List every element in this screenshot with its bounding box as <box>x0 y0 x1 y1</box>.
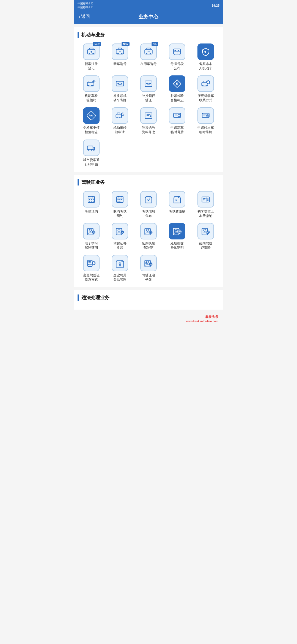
no-badge: No. <box>151 42 159 46</box>
exempt-mark-item[interactable]: 免检 免检车申领检验标志 <box>78 106 105 135</box>
replace-plate-item[interactable]: 补换领机动车号牌 <box>106 74 134 103</box>
cancel-exam-svg <box>115 195 125 204</box>
delay-body-icon <box>169 223 185 239</box>
carrier-info: 中国移动 HD 中国移动 HD <box>78 2 93 9</box>
record-other-label: 备案非本人机动车 <box>199 62 212 70</box>
company-manage-label: 企业聘用关系管理 <box>113 273 127 282</box>
abnormal-select-item[interactable]: 异常选号资料修改 <box>135 106 162 135</box>
exam-appoint-svg <box>87 195 96 204</box>
svg-text:No.: No. <box>148 51 150 53</box>
city-truck-item[interactable]: 城市货车通行码申领 <box>78 138 105 168</box>
motor-inspection-item[interactable]: 预 机动车检验预约 <box>78 74 105 103</box>
apply-transfer-temp-label: 申请转出车临时号牌 <box>197 125 214 134</box>
svg-point-65 <box>88 149 89 151</box>
driver-replace-item[interactable]: $ 驾驶证补换领 <box>106 222 134 251</box>
svg-point-45 <box>119 117 120 118</box>
svg-rect-85 <box>121 199 122 200</box>
company-manage-item[interactable]: 聘 企业聘用关系管理 <box>106 254 134 283</box>
svg-text:聘: 聘 <box>119 264 121 266</box>
delay-replace-label: 延期换领驾驶证 <box>142 241 155 250</box>
svg-point-67 <box>93 149 95 151</box>
replace-inspection-svg: 验 <box>172 79 182 88</box>
svg-point-1 <box>89 53 90 54</box>
used-car-select-label: 在用车选号 <box>140 62 157 66</box>
abnormal-select-icon <box>140 107 157 124</box>
svg-rect-77 <box>91 201 92 201</box>
svg-rect-86 <box>118 201 119 201</box>
record-other-item[interactable]: 备 备案非本人机动车 <box>192 42 219 72</box>
watermark-text: 看看头条www.kankantoutiao.com <box>186 315 218 323</box>
svg-point-97 <box>89 229 92 231</box>
new-badge2: New <box>121 42 130 46</box>
svg-point-38 <box>202 85 204 86</box>
exam-info-item[interactable]: 考试信息公布 <box>135 190 162 219</box>
replace-license-icon <box>140 75 157 92</box>
cancel-exam-item[interactable]: 取消考试预约 <box>106 190 134 219</box>
section-motor: 机动车业务 New 新车注册登记 <box>74 27 223 172</box>
status-bar: 中国移动 HD 中国移动 HD 19:25 <box>74 0 223 10</box>
e-study-cert-item[interactable]: 学 电子学习驾驶证明 <box>78 222 105 251</box>
apply-transfer-temp-svg <box>201 111 210 120</box>
record-other-icon: 备 <box>197 43 214 60</box>
delay-replace-item[interactable]: 延期换领驾驶证 <box>135 222 162 251</box>
change-contact-item[interactable]: 变更机动车联系方式 <box>192 74 219 103</box>
motor-inspection-icon: 预 <box>83 75 100 92</box>
svg-rect-84 <box>119 199 120 200</box>
svg-text:驾: 驾 <box>145 262 147 264</box>
driver-e-version-svg: 驾 G <box>144 258 153 268</box>
driver-e-version-label: 驾驶证电子版 <box>142 273 155 282</box>
new-car-select-icon: New No. <box>112 43 128 60</box>
replace-license-item[interactable]: 补换领行驶证 <box>135 74 162 103</box>
apply-temp-plate-item[interactable]: 申请新车临时号牌 <box>163 106 191 135</box>
motor-transfer-item[interactable]: 转 机动车转籍申请 <box>106 106 134 135</box>
new-car-select-label: 新车选号 <box>113 62 127 66</box>
exempt-mark-svg: 免检 <box>87 111 96 120</box>
exempt-mark-label: 免检车申领检验标志 <box>83 125 100 134</box>
apply-transfer-temp-item[interactable]: 申请转出车临时号牌 <box>192 106 219 135</box>
section-violation-title: 违法处理业务 <box>78 294 219 301</box>
city-truck-icon <box>83 140 100 156</box>
delay-body-item[interactable]: 延期提交身体证明 <box>163 222 191 251</box>
svg-text:验: 验 <box>175 83 178 85</box>
back-button[interactable]: ‹ 返回 <box>79 14 90 20</box>
change-contact-label: 变更机动车联系方式 <box>197 94 214 102</box>
motor-transfer-svg: 转 <box>115 111 125 120</box>
abnormal-select-label: 异常选号资料修改 <box>142 125 155 134</box>
change-driver-contact-item[interactable]: 驾 变更驾驶证联系方式 <box>78 254 105 283</box>
plate-range-item[interactable]: 号牌号段公布 <box>163 42 191 72</box>
change-driver-contact-label: 变更驾驶证联系方式 <box>83 273 100 282</box>
back-arrow-icon: ‹ <box>79 14 80 19</box>
svg-point-117 <box>204 229 206 231</box>
svg-rect-73 <box>89 199 90 200</box>
replace-plate-label: 补换领机动车号牌 <box>113 94 127 102</box>
new-badge: New <box>93 42 101 46</box>
svg-point-124 <box>120 263 120 264</box>
delay-audit-item[interactable]: 延期驾驶证审验 <box>192 222 219 251</box>
svg-rect-76 <box>89 201 90 201</box>
driver-replace-icon: $ <box>112 223 128 239</box>
exam-fee-item[interactable]: ¥ 考试费缴纳 <box>163 190 191 219</box>
replace-plate-svg <box>115 79 125 88</box>
svg-point-6 <box>121 53 122 54</box>
exam-appoint-item[interactable]: 考试预约 <box>78 190 105 219</box>
svg-point-10 <box>150 53 151 54</box>
new-car-select-item[interactable]: New No. 新车选号 <box>106 42 134 72</box>
watermark: 看看头条www.kankantoutiao.com <box>74 312 223 325</box>
replace-inspection-mark-item[interactable]: 验 补领检验合格标志 <box>163 74 191 103</box>
used-car-select-item[interactable]: No. No. 在用车选号 <box>135 42 162 72</box>
delay-audit-label: 延期驾驶证审验 <box>199 241 212 250</box>
new-car-register-item[interactable]: New 新车注册登记 <box>78 42 105 72</box>
plate-range-icon <box>169 43 185 60</box>
e-study-cert-svg: 学 <box>87 227 96 236</box>
plate-range-svg <box>172 47 182 56</box>
new-car-register-label: 新车注册登记 <box>85 62 98 70</box>
driver-e-version-item[interactable]: 驾 G 驾驶证电子版 <box>135 254 162 283</box>
delay-replace-icon <box>140 223 157 239</box>
study-fee-item[interactable]: ¥ 初学增驾工本费缴纳 <box>192 190 219 219</box>
svg-text:驾: 驾 <box>88 261 90 264</box>
change-contact-svg <box>201 79 210 88</box>
svg-point-22 <box>91 85 93 86</box>
svg-point-2 <box>92 53 94 54</box>
driver-e-version-icon: 驾 G <box>140 255 157 271</box>
cancel-exam-label: 取消考试预约 <box>113 209 127 218</box>
